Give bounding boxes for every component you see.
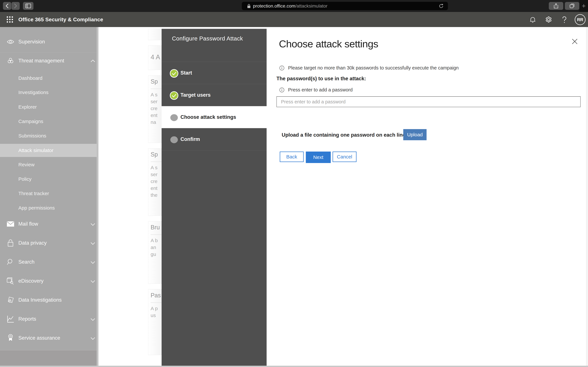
browser-share-button[interactable] <box>549 2 563 10</box>
url-bar[interactable]: protection.office.com/attacksimulator <box>242 2 448 10</box>
sidebar-item-reports[interactable]: Reports <box>0 309 98 328</box>
page-title: Choose attack settings <box>279 38 378 50</box>
sidebar-item-attack-simulator[interactable]: Attack simulator <box>18 143 89 158</box>
back-button[interactable]: Back <box>280 151 304 162</box>
press-enter-note-row: Press enter to add a password <box>279 87 353 92</box>
sidebar-item-policy[interactable]: Policy <box>18 172 89 186</box>
window-scrollbar-track[interactable] <box>586 27 588 366</box>
step-complete-icon <box>170 91 179 100</box>
badge-icon <box>7 334 14 342</box>
bell-icon <box>529 16 536 23</box>
sidebar-item-mail-flow[interactable]: Mail flow <box>0 215 98 234</box>
info-note-text: Please target no more than 30k passwords… <box>288 65 459 71</box>
step-label: Target users <box>181 92 211 98</box>
forward-chevron-icon <box>13 3 18 8</box>
sidebar-item-data-privacy[interactable]: Data privacy <box>0 234 98 252</box>
background-page-column: 4 A Sp A s ser cre ent na Sp A s ser cre… <box>98 27 162 366</box>
app-title: Office 365 Security & Compliance <box>18 12 103 27</box>
share-icon <box>554 3 558 8</box>
sidebar-toggle-icon <box>26 4 31 8</box>
window-bottom-edge <box>0 366 588 367</box>
sidebar-item-label: Data privacy <box>18 240 47 246</box>
data-investigations-icon <box>7 296 14 304</box>
app-launcher-button[interactable] <box>5 16 15 24</box>
sidebar-item-threat-management[interactable]: Threat management <box>0 51 98 70</box>
chart-icon <box>7 315 14 323</box>
attack-card: Sp A s ser cre ent na <box>148 75 162 143</box>
new-tab-button[interactable]: + <box>579 0 588 12</box>
eye-icon <box>7 38 14 46</box>
sidebar-item-data-investigations[interactable]: Data Investigations <box>0 291 98 309</box>
list-header-fragment: 4 A <box>151 53 162 61</box>
browser-forward-button[interactable] <box>11 2 20 10</box>
mail-icon <box>7 220 14 228</box>
sidebar-item-review[interactable]: Review <box>18 158 89 172</box>
sidebar-item-label: Submissions <box>18 133 46 139</box>
sidebar-item-app-permissions[interactable]: App permissions <box>18 201 89 215</box>
step-complete-icon <box>170 69 179 78</box>
tab-overview-icon <box>570 3 575 8</box>
card-title-fragment: Sp <box>151 78 162 85</box>
sidebar-item-service-assurance[interactable]: Service assurance <box>0 328 98 348</box>
sidebar-item-threat-tracker[interactable]: Threat tracker <box>18 186 89 201</box>
sidebar-item-label: Mail flow <box>18 221 38 227</box>
settings-button[interactable] <box>545 16 553 24</box>
sidebar-scrollbar[interactable] <box>97 27 98 367</box>
avatar-initials: RR <box>577 17 583 22</box>
chevron-down-icon[interactable] <box>90 316 96 322</box>
step-label: Confirm <box>181 136 200 142</box>
browser-sidebar-toggle-button[interactable] <box>23 2 34 10</box>
sidebar-item-label: Threat management <box>18 58 64 64</box>
notifications-button[interactable] <box>529 16 537 24</box>
wizard-title: Configure Password Attack <box>172 35 243 42</box>
attack-card: Sp A s ser cre ent the <box>148 148 162 216</box>
sidebar-item-supervision[interactable]: Supervision <box>0 32 98 51</box>
gear-icon <box>545 16 552 23</box>
sidebar-item-explorer[interactable]: Explorer <box>18 100 89 114</box>
sidebar-item-submissions[interactable]: Submissions <box>18 129 89 143</box>
sidebar-item-label: eDiscovery <box>18 278 43 284</box>
attack-card: Pas A p us <box>148 289 162 355</box>
lock-icon <box>7 239 14 247</box>
sidebar-item-search[interactable]: Search <box>0 252 98 271</box>
sidebar-item-investigations[interactable]: Investigations <box>18 85 89 100</box>
help-button[interactable] <box>561 16 568 24</box>
sidebar-item-campaigns[interactable]: Campaigns <box>18 114 89 129</box>
browser-back-button[interactable] <box>3 2 11 10</box>
waffle-icon <box>6 16 14 23</box>
cancel-button[interactable]: Cancel <box>333 151 356 162</box>
sidebar-item-label: Threat tracker <box>18 191 49 196</box>
close-icon[interactable] <box>571 38 578 45</box>
sidebar-item-ediscovery[interactable]: eDiscovery <box>0 271 98 291</box>
sidebar: Supervision Threat management Dashboard … <box>0 27 98 367</box>
sidebar-item-label: Campaigns <box>18 119 43 124</box>
info-icon <box>279 87 285 92</box>
chevron-down-icon[interactable] <box>90 335 96 341</box>
browser-tabs-button[interactable] <box>565 2 579 10</box>
chevron-down-icon[interactable] <box>90 240 96 246</box>
chevron-down-icon[interactable] <box>90 278 96 284</box>
info-note-row: Please target no more than 30k passwords… <box>279 65 459 71</box>
biohazard-icon <box>7 57 14 65</box>
divider <box>162 150 267 150</box>
sidebar-item-dashboard[interactable]: Dashboard <box>18 71 89 85</box>
chevron-down-icon[interactable] <box>90 221 96 227</box>
card-title-fragment: Bru <box>151 224 162 231</box>
lock-icon <box>247 4 251 8</box>
sidebar-item-label: Investigations <box>18 90 48 95</box>
reload-icon[interactable] <box>439 3 444 9</box>
sidebar-item-label: Explorer <box>18 104 37 110</box>
upload-button[interactable]: Upload <box>403 129 427 140</box>
avatar[interactable]: RR <box>575 14 586 25</box>
step-label: Start <box>181 70 192 76</box>
sidebar-item-label: Supervision <box>18 39 45 45</box>
url-path: /attacksimulator <box>295 3 328 9</box>
chevron-down-icon[interactable] <box>90 259 96 265</box>
chevron-up-icon[interactable] <box>90 58 96 64</box>
question-icon <box>561 16 568 24</box>
card-title-fragment: Sp <box>151 151 162 158</box>
password-input[interactable] <box>277 96 581 107</box>
next-button[interactable]: Next <box>306 151 331 163</box>
sidebar-item-label: Reports <box>18 316 36 322</box>
url-host: protection.office.com <box>253 3 295 9</box>
